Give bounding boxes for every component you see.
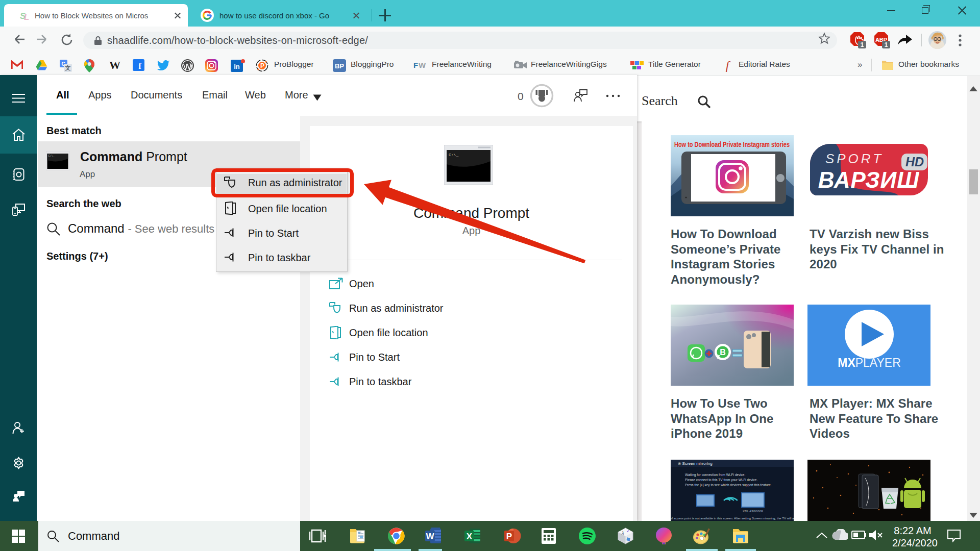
- svg-text:λ: λ: [621, 531, 624, 536]
- svg-text:W: W: [426, 532, 434, 541]
- svg-text:P: P: [506, 532, 512, 541]
- svg-text:X: X: [467, 532, 473, 541]
